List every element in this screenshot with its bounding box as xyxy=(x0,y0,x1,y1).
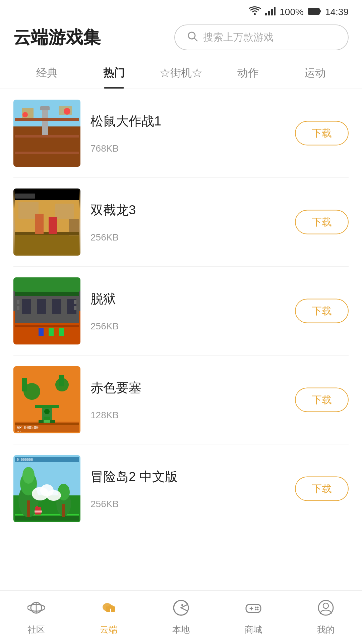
search-placeholder: 搜索上万款游戏 xyxy=(203,31,274,44)
svg-rect-11 xyxy=(42,108,48,135)
svg-rect-43 xyxy=(39,328,44,336)
svg-rect-29 xyxy=(15,194,35,199)
download-button[interactable]: 下载 xyxy=(295,477,349,501)
svg-line-8 xyxy=(194,38,197,41)
svg-rect-13 xyxy=(15,118,79,121)
game-thumbnail xyxy=(13,189,80,256)
svg-point-97 xyxy=(323,603,328,608)
svg-point-92 xyxy=(255,607,257,608)
nav-item-cloud[interactable]: 云端 xyxy=(100,599,117,636)
svg-rect-31 xyxy=(15,292,79,296)
svg-rect-3 xyxy=(271,9,273,15)
download-button[interactable]: 下载 xyxy=(295,299,349,323)
svg-rect-40 xyxy=(17,306,19,310)
svg-point-73 xyxy=(32,487,49,500)
svg-rect-71 xyxy=(62,504,65,517)
game-thumbnail xyxy=(13,100,80,167)
svg-rect-51 xyxy=(59,375,64,386)
svg-text:AP 000500: AP 000500 xyxy=(17,425,39,430)
nav-item-local[interactable]: 本地 xyxy=(172,599,190,636)
svg-rect-34 xyxy=(15,325,79,327)
svg-point-95 xyxy=(257,607,259,608)
download-button[interactable]: 下载 xyxy=(295,388,349,412)
download-button[interactable]: 下载 xyxy=(295,121,349,146)
signal-icon xyxy=(265,6,276,18)
search-icon xyxy=(187,31,198,44)
svg-rect-58 xyxy=(15,423,79,425)
nav-item-community[interactable]: 社区 xyxy=(27,599,45,636)
svg-text:0 000000: 0 000000 xyxy=(17,458,33,462)
game-item[interactable]: 0 000000 冒险岛2 中文版 256KB 下载 xyxy=(13,444,349,533)
svg-rect-50 xyxy=(22,378,27,391)
time-display: 14:39 xyxy=(325,7,349,17)
game-size: 128KB xyxy=(90,410,339,421)
svg-rect-1 xyxy=(265,13,267,15)
battery-percent: 100% xyxy=(280,7,304,17)
game-item[interactable]: 松鼠大作战1 768KB 下载 xyxy=(13,89,349,178)
tab-hot[interactable]: 热门 xyxy=(80,60,147,89)
svg-rect-35 xyxy=(22,299,31,314)
svg-rect-2 xyxy=(268,11,270,15)
status-bar: 100% 14:39 xyxy=(0,0,362,21)
game-list: 松鼠大作战1 768KB 下载 xyxy=(0,89,362,533)
game-size: 256KB xyxy=(90,499,339,509)
svg-point-0 xyxy=(254,13,256,15)
tab-sports[interactable]: 运动 xyxy=(282,60,349,89)
svg-rect-6 xyxy=(320,10,321,12)
svg-rect-44 xyxy=(49,328,54,336)
planet-icon xyxy=(27,599,45,621)
nav-label-mine: 我的 xyxy=(317,624,335,636)
svg-point-74 xyxy=(46,490,61,501)
svg-rect-28 xyxy=(49,217,57,234)
svg-rect-68 xyxy=(27,500,30,517)
svg-point-18 xyxy=(22,112,28,117)
svg-rect-45 xyxy=(59,328,64,336)
svg-rect-4 xyxy=(274,7,276,15)
nav-label-store: 商城 xyxy=(245,624,262,636)
svg-rect-12 xyxy=(40,106,50,110)
game-item[interactable]: 双截龙3 256KB 下载 xyxy=(13,178,349,267)
battery-icon xyxy=(308,7,321,17)
svg-rect-30 xyxy=(15,279,79,292)
wifi-icon xyxy=(249,6,261,18)
svg-point-67 xyxy=(22,467,35,484)
svg-rect-22 xyxy=(15,234,79,254)
cloud-download-icon xyxy=(100,599,117,621)
svg-text:P3: P3 xyxy=(17,430,21,432)
game-size: 256KB xyxy=(90,321,339,332)
game-size: 256KB xyxy=(90,232,339,243)
download-button[interactable]: 下载 xyxy=(295,210,349,234)
svg-rect-56 xyxy=(44,420,50,423)
game-thumbnail: 0 000000 xyxy=(13,455,80,522)
svg-point-19 xyxy=(64,108,70,115)
tab-action[interactable]: 动作 xyxy=(215,60,282,89)
nav-label-local: 本地 xyxy=(172,624,190,636)
svg-rect-15 xyxy=(15,152,79,154)
person-icon xyxy=(317,599,335,621)
game-thumbnail xyxy=(13,277,80,344)
nav-item-store[interactable]: 商城 xyxy=(245,599,262,636)
gamepad-icon xyxy=(245,599,262,621)
pac-icon xyxy=(172,599,190,621)
svg-point-57 xyxy=(44,409,50,414)
svg-rect-42 xyxy=(74,306,76,310)
header: 云端游戏集 搜索上万款游戏 xyxy=(0,21,362,57)
game-item[interactable]: AP 000500 P3 赤色要塞 128KB 下载 xyxy=(13,356,349,444)
category-tabs: 经典 热门 ☆街机☆ 动作 运动 xyxy=(0,57,362,89)
svg-rect-24 xyxy=(55,204,74,219)
svg-rect-27 xyxy=(35,214,44,234)
search-bar[interactable]: 搜索上万款游戏 xyxy=(174,24,349,50)
tab-arcade[interactable]: ☆街机☆ xyxy=(147,60,215,89)
svg-rect-41 xyxy=(74,300,76,304)
game-item[interactable]: 脱狱 256KB 下载 xyxy=(13,267,349,356)
tab-classic[interactable]: 经典 xyxy=(13,60,80,89)
svg-point-93 xyxy=(257,609,259,610)
svg-point-88 xyxy=(181,604,183,606)
nav-item-mine[interactable]: 我的 xyxy=(317,599,335,636)
svg-rect-37 xyxy=(52,299,61,314)
svg-rect-76 xyxy=(36,506,38,508)
nav-label-community: 社区 xyxy=(27,624,45,636)
bottom-nav: 社区 云端 本地 xyxy=(0,590,362,644)
svg-point-94 xyxy=(255,609,257,610)
svg-rect-89 xyxy=(246,604,261,612)
